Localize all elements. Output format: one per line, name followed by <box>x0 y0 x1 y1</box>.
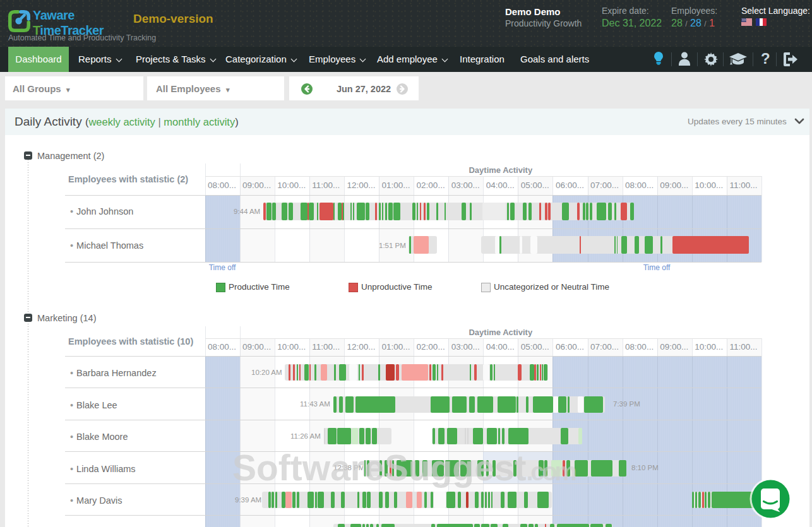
svg-text:?: ? <box>761 51 770 67</box>
